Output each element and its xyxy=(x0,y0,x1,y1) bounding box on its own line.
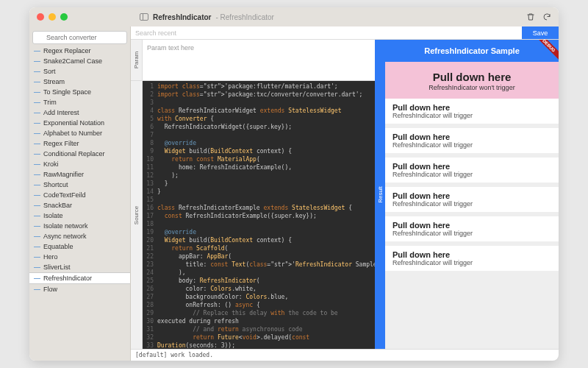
sidebar-item-label: SliverList xyxy=(43,263,71,271)
sidebar: —Regex Replacer—Snake2Camel Case—Sort—St… xyxy=(29,26,131,361)
sidebar-item[interactable]: —Shortcut xyxy=(29,180,130,190)
sidebar-item-label: Stream xyxy=(43,78,65,85)
list-item[interactable]: Pull down hereRefreshIndicator will trig… xyxy=(385,216,559,241)
sidebar-item[interactable]: —Add Interest xyxy=(29,107,130,118)
sidebar-item-label: SnackBar xyxy=(43,202,72,209)
code-editor[interactable]: 1234567891011121314151617181920212223242… xyxy=(143,81,375,349)
sidebar-item-label: Isolate network xyxy=(43,222,88,230)
header-sub: RefreshIndicator won't trigger xyxy=(388,84,556,91)
sidebar-item[interactable]: —Snake2Camel Case xyxy=(29,56,130,66)
source-label: Source xyxy=(133,205,140,224)
dash-icon: — xyxy=(34,119,40,127)
sidebar-item[interactable]: —SnackBar xyxy=(29,200,130,210)
sidebar-toggle-icon[interactable] xyxy=(140,13,148,21)
close-dot[interactable] xyxy=(37,13,44,21)
refresh-icon[interactable] xyxy=(542,13,551,21)
status-bar: [default] work loaded. xyxy=(131,349,559,361)
sidebar-item-label: Conditional Replacer xyxy=(43,150,105,158)
sidebar-item-label: RefreshIndicator xyxy=(43,275,92,282)
sidebar-item-label: Shortcut xyxy=(43,181,68,188)
sidebar-item[interactable]: —Sort xyxy=(29,66,130,77)
sidebar-item-label: Snake2Camel Case xyxy=(43,57,102,65)
sidebar-item[interactable]: —Alphabet to Number xyxy=(29,128,130,138)
list-item-sub: RefreshIndicator will trigger xyxy=(392,171,551,178)
minimize-dot[interactable] xyxy=(49,13,56,21)
dash-icon: — xyxy=(34,160,40,168)
search-input[interactable] xyxy=(32,31,127,44)
param-section: Param Param text here xyxy=(131,40,375,81)
list-item[interactable]: Pull down hereRefreshIndicator will trig… xyxy=(385,128,559,153)
flutter-preview: RefreshIndicator Sample DEBUG Pull down … xyxy=(385,40,559,349)
dash-icon: — xyxy=(34,275,40,282)
list-item-sub: RefreshIndicator will trigger xyxy=(392,259,551,266)
sidebar-item-label: Regex Replacer xyxy=(43,47,91,54)
list-item-title: Pull down here xyxy=(392,221,551,230)
list-item[interactable]: Pull down hereRefreshIndicator will trig… xyxy=(385,187,559,212)
dash-icon: — xyxy=(34,171,40,178)
dash-icon: — xyxy=(34,191,40,199)
dash-icon: — xyxy=(34,47,40,54)
dash-icon: — xyxy=(34,263,40,271)
sidebar-item[interactable]: —Flow xyxy=(29,284,130,294)
sidebar-item[interactable]: —Isolate xyxy=(29,210,130,221)
dash-icon: — xyxy=(34,78,40,85)
scroll-list[interactable]: Pull down hereRefreshIndicator will trig… xyxy=(385,99,559,349)
zoom-dot[interactable] xyxy=(60,13,68,21)
sidebar-item-label: Exponential Notation xyxy=(43,119,104,127)
dash-icon: — xyxy=(34,99,40,106)
debug-banner: DEBUG xyxy=(534,40,559,65)
list-item-title: Pull down here xyxy=(392,132,551,141)
appbar: RefreshIndicator Sample xyxy=(385,40,559,62)
dash-icon: — xyxy=(34,181,40,188)
save-button[interactable]: Save xyxy=(522,26,559,39)
dash-icon: — xyxy=(34,88,40,96)
sidebar-item[interactable]: —Hero xyxy=(29,252,130,262)
sidebar-item-label: Flow xyxy=(43,286,57,293)
sidebar-item[interactable]: —SliverList xyxy=(29,262,130,272)
list-item[interactable]: Pull down hereRefreshIndicator will trig… xyxy=(385,246,559,271)
sidebar-item[interactable]: —RefreshIndicator xyxy=(29,272,130,284)
window-title: RefreshIndicator xyxy=(153,13,211,21)
sidebar-item[interactable]: —Kroki xyxy=(29,159,130,169)
sidebar-item[interactable]: —Conditional Replacer xyxy=(29,149,130,159)
sidebar-item-label: CodeTextFeild xyxy=(43,191,86,199)
sidebar-item[interactable]: —RawMagnifier xyxy=(29,169,130,180)
app-window: RefreshIndicator - RefreshIndicator —Reg… xyxy=(29,7,559,361)
sidebar-list: —Regex Replacer—Snake2Camel Case—Sort—St… xyxy=(29,46,130,361)
sidebar-item-label: Add Interest xyxy=(43,109,79,116)
list-item[interactable]: Pull down hereRefreshIndicator will trig… xyxy=(385,99,559,124)
sidebar-item[interactable]: —Exponential Notation xyxy=(29,118,130,128)
sidebar-item[interactable]: —To Single Space xyxy=(29,87,130,97)
list-item-sub: RefreshIndicator will trigger xyxy=(392,200,551,208)
sidebar-item[interactable]: —CodeTextFeild xyxy=(29,190,130,200)
sidebar-item-label: Regex Filter xyxy=(43,140,79,147)
result-label: Result xyxy=(377,186,384,203)
sidebar-item-label: Equatable xyxy=(43,243,74,250)
sidebar-item[interactable]: —Trim xyxy=(29,97,130,107)
list-item[interactable]: Pull down hereRefreshIndicator will trig… xyxy=(385,158,559,183)
sidebar-item[interactable]: —Isolate network xyxy=(29,221,130,231)
sidebar-item[interactable]: —Regex Replacer xyxy=(29,46,130,56)
dash-icon: — xyxy=(34,222,40,230)
sidebar-item[interactable]: —Stream xyxy=(29,77,130,87)
list-item-sub: RefreshIndicator will trigger xyxy=(392,112,551,119)
sidebar-item[interactable]: —Equatable xyxy=(29,241,130,252)
dash-icon: — xyxy=(34,130,40,137)
list-item-sub: RefreshIndicator will trigger xyxy=(392,230,551,237)
result-panel: Result RefreshIndicator Sample DEBUG Pul… xyxy=(375,40,559,349)
dash-icon: — xyxy=(34,140,40,147)
param-label: Param xyxy=(133,52,140,69)
sidebar-item-label: Kroki xyxy=(43,160,59,168)
sidebar-item-label: RawMagnifier xyxy=(43,171,84,178)
sidebar-item[interactable]: —Regex Filter xyxy=(29,138,130,149)
sidebar-item[interactable]: —Async network xyxy=(29,231,130,241)
titlebar: RefreshIndicator - RefreshIndicator xyxy=(29,7,559,26)
sidebar-item-label: Hero xyxy=(43,253,58,261)
sidebar-item-label: Isolate xyxy=(43,212,63,219)
trash-icon[interactable] xyxy=(526,13,535,21)
dash-icon: — xyxy=(34,150,40,158)
toolbar: Search recent Save xyxy=(131,26,559,40)
param-textarea[interactable]: Param text here xyxy=(143,40,375,80)
search-recent-input[interactable]: Search recent xyxy=(131,26,522,39)
dash-icon: — xyxy=(34,109,40,116)
